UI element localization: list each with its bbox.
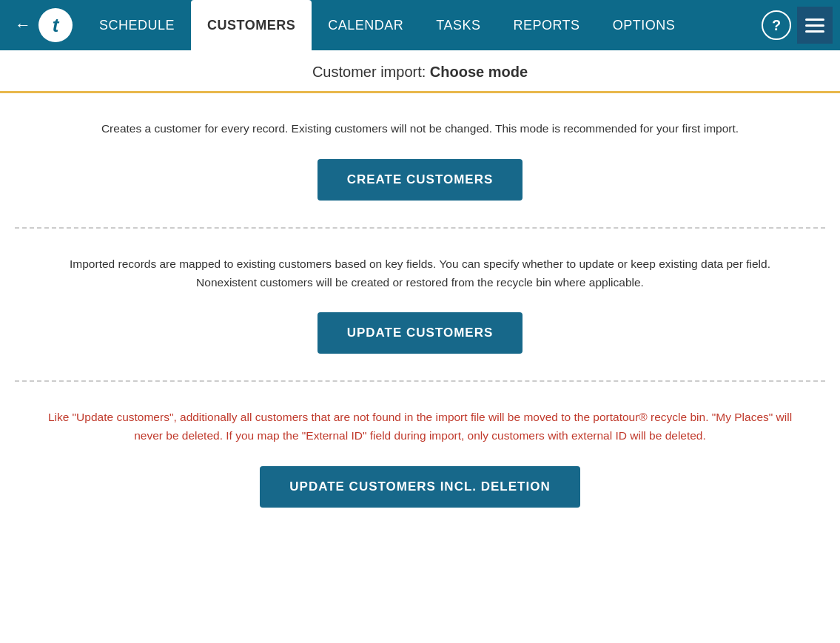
update-section: Imported records are mapped to existing …: [0, 229, 840, 381]
create-customers-button[interactable]: CREATE CUSTOMERS: [317, 159, 523, 201]
nav-item-customers[interactable]: CUSTOMERS: [191, 0, 312, 50]
page-header: Customer import: Choose mode: [0, 50, 840, 93]
create-section: Creates a customer for every record. Exi…: [0, 93, 840, 227]
update-description: Imported records are mapped to existing …: [43, 255, 798, 292]
nav-items: SCHEDULE CUSTOMERS CALENDAR TASKS REPORT…: [83, 0, 762, 50]
update-customers-button[interactable]: UPDATE CUSTOMERS: [317, 312, 523, 354]
nav-item-calendar[interactable]: CALENDAR: [312, 0, 420, 50]
nav-item-tasks[interactable]: TASKS: [420, 0, 497, 50]
page-header-prefix: Customer import:: [312, 64, 430, 80]
hamburger-line-3: [805, 30, 824, 33]
update-customers-incl-deletion-button[interactable]: UPDATE CUSTOMERS INCL. DELETION: [260, 466, 579, 508]
update-delete-section: Like "Update customers", additionally al…: [0, 382, 840, 534]
help-button[interactable]: ?: [762, 10, 791, 40]
nav-item-schedule[interactable]: SCHEDULE: [83, 0, 191, 50]
content-area[interactable]: Creates a customer for every record. Exi…: [0, 93, 840, 643]
navbar: ← t SCHEDULE CUSTOMERS CALENDAR TASKS RE…: [0, 0, 840, 50]
hamburger-line-1: [805, 18, 824, 21]
update-delete-description: Like "Update customers", additionally al…: [43, 408, 798, 445]
back-arrow-icon: ←: [15, 16, 31, 35]
back-button[interactable]: ←: [7, 11, 38, 39]
logo: t: [38, 8, 73, 42]
page-header-title: Choose mode: [430, 64, 528, 80]
nav-right: ?: [762, 7, 833, 44]
logo-text: t: [53, 14, 59, 37]
create-description: Creates a customer for every record. Exi…: [43, 120, 798, 138]
hamburger-line-2: [805, 24, 824, 27]
nav-item-reports[interactable]: REPORTS: [497, 0, 596, 50]
menu-button[interactable]: [797, 7, 833, 44]
nav-item-options[interactable]: OPTIONS: [597, 0, 692, 50]
